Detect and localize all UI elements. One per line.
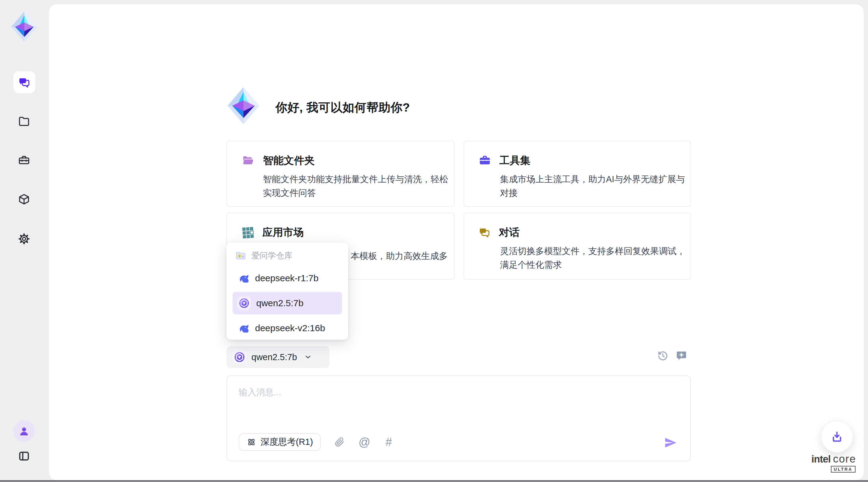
card-title: 智能文件夹 — [263, 153, 315, 168]
sidebar-item-models[interactable] — [15, 190, 33, 208]
send-icon[interactable] — [663, 436, 678, 449]
deep-think-toggle[interactable]: 深度思考(R1) — [239, 433, 321, 451]
card-description: 灵活切换多模型文件，支持多样回复效果调试，满足个性化需求 — [478, 244, 688, 272]
atom-icon — [247, 437, 256, 447]
card-description: 集成市场上主流工具，助力AI与外界无缝扩展与对接 — [478, 172, 688, 200]
message-input-placeholder: 输入消息... — [239, 386, 281, 398]
at-icon: @ — [359, 436, 370, 448]
new-chat-button[interactable] — [675, 349, 688, 362]
model-option-label: deepseek-v2:16b — [255, 323, 325, 333]
model-option-deepseek-r1[interactable]: deepseek-r1:7b — [232, 267, 342, 289]
paperclip-icon — [335, 437, 344, 447]
panel-toggle-icon — [18, 450, 30, 462]
deepseek-whale-icon — [238, 272, 250, 284]
mention-button[interactable]: @ — [359, 436, 370, 448]
user-avatar-icon — [17, 424, 31, 438]
download-icon — [830, 430, 844, 444]
sidebar-item-conversations[interactable] — [13, 71, 35, 93]
card-smart-folder[interactable]: 智能文件夹 智能文件夹功能支持批量文件上传与清洗，轻松实现文件问答 — [226, 141, 455, 207]
card-title: 应用市场 — [262, 225, 304, 239]
briefcase-icon — [478, 154, 492, 167]
sidebar-item-smart-folders[interactable] — [15, 112, 33, 131]
topic-button[interactable]: # — [383, 436, 394, 448]
model-dropdown-header: 爱问学仓库 — [232, 247, 342, 264]
history-icon — [657, 350, 668, 361]
sidebar-item-toolset[interactable] — [15, 151, 33, 169]
cube-icon — [18, 193, 30, 206]
page-title: 你好, 我可以如何帮助你? — [275, 99, 410, 116]
card-description-visible: 本模板，助力高效生成多 — [351, 249, 448, 263]
chevron-down-icon — [304, 353, 312, 361]
message-input-area[interactable]: 输入消息... 深度思考(R1) @ # — [226, 375, 691, 461]
user-avatar[interactable] — [13, 421, 35, 442]
sidebar — [0, 0, 49, 480]
model-selector-label: qwen2.5:7b — [251, 352, 297, 362]
attach-file-button[interactable] — [334, 436, 345, 448]
model-option-label: deepseek-r1:7b — [255, 273, 318, 283]
model-option-label: qwen2.5:7b — [256, 298, 304, 308]
core-wordmark: core — [833, 453, 856, 465]
app-logo-icon — [10, 11, 38, 42]
gear-icon — [18, 232, 30, 245]
model-option-deepseek-v2[interactable]: deepseek-v2:16b — [232, 317, 342, 339]
repo-folder-icon — [235, 250, 247, 261]
folder-icon — [18, 115, 30, 127]
window-bottom-edge — [0, 480, 868, 482]
card-conversation[interactable]: 对话 灵活切换多模型文件，支持多样回复效果调试，满足个性化需求 — [464, 212, 691, 280]
card-description: 智能文件夹功能支持批量文件上传与清洗，轻松实现文件问答 — [241, 172, 451, 200]
folder-open-icon — [241, 154, 255, 167]
toolbox-icon — [18, 154, 30, 167]
hero-diamond-logo — [227, 87, 260, 125]
deep-think-label: 深度思考(R1) — [260, 436, 313, 448]
ultra-badge: ULTRA — [831, 466, 856, 473]
new-chat-icon — [675, 349, 687, 362]
qwen-icon — [232, 350, 247, 364]
model-dropdown-header-label: 爱问学仓库 — [251, 250, 292, 261]
intel-wordmark: intel — [811, 453, 831, 465]
card-toolset[interactable]: 工具集 集成市场上主流工具，助力AI与外界无缝扩展与对接 — [464, 141, 691, 207]
history-button[interactable] — [657, 350, 669, 362]
download-fab[interactable] — [822, 421, 852, 452]
model-option-qwen[interactable]: qwen2.5:7b — [232, 292, 342, 314]
sidebar-item-settings[interactable] — [15, 230, 33, 248]
sidebar-collapse-button[interactable] — [15, 447, 33, 465]
intel-core-logo: intel core ULTRA — [800, 453, 856, 473]
chat-icon — [478, 226, 491, 239]
grid-icon — [241, 226, 254, 239]
hash-icon: # — [385, 436, 392, 448]
model-selector[interactable]: qwen2.5:7b — [226, 346, 329, 368]
card-title: 工具集 — [499, 153, 530, 168]
qwen-icon — [238, 296, 251, 310]
model-dropdown: 爱问学仓库 deepseek-r1:7b qwen2.5:7b deepse — [226, 243, 348, 340]
deepseek-whale-icon — [238, 322, 250, 334]
card-title: 对话 — [499, 225, 520, 239]
chat-bubbles-icon — [18, 76, 31, 89]
